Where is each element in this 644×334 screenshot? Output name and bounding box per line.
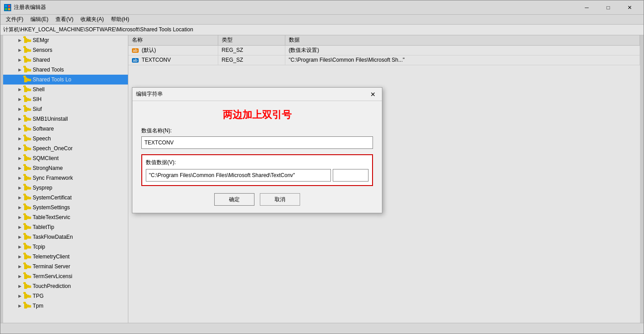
- folder-icon: [24, 234, 31, 240]
- dialog-close-button[interactable]: ✕: [368, 90, 378, 99]
- window-controls: ─ □ ✕: [576, 1, 640, 14]
- ok-button[interactable]: 确定: [214, 193, 254, 206]
- tree-item-systemsettings[interactable]: SystemSettings: [3, 203, 128, 212]
- svg-rect-59: [27, 304, 29, 305]
- row1-data: (数值未设置): [285, 45, 640, 55]
- menu-file[interactable]: 文件(F): [2, 15, 27, 24]
- dialog-title: 编辑字符串: [136, 90, 368, 98]
- name-input[interactable]: [141, 136, 373, 149]
- tree-item-tabletextservice[interactable]: TableTextServic: [3, 212, 128, 222]
- address-bar: 计算机\HKEY_LOCAL_MACHINE\SOFTWARE\Microsof…: [0, 25, 644, 35]
- expand-arrow: [17, 254, 23, 260]
- tree-item-semgr[interactable]: SEMgr: [3, 35, 128, 45]
- svg-rect-15: [27, 88, 29, 89]
- name-field-label: 数值名称(N):: [141, 127, 373, 135]
- svg-rect-49: [27, 255, 29, 256]
- value-data-input[interactable]: [146, 169, 331, 182]
- tree-label-strongname: StrongName: [33, 165, 63, 171]
- address-path: 计算机\HKEY_LOCAL_MACHINE\SOFTWARE\Microsof…: [3, 26, 193, 34]
- value-data-label: 数值数据(V):: [146, 159, 369, 166]
- svg-rect-51: [27, 265, 29, 266]
- minimize-button[interactable]: ─: [576, 1, 597, 14]
- title-bar: 注册表编辑器 ─ □ ✕: [0, 0, 644, 15]
- tree-item-siuf[interactable]: Siuf: [3, 104, 128, 114]
- close-button[interactable]: ✕: [619, 1, 640, 14]
- tree-label-software: Software: [33, 126, 54, 132]
- expand-arrow: [17, 106, 23, 112]
- tree-item-strongname[interactable]: StrongName: [3, 163, 128, 173]
- tree-item-speech-onecor[interactable]: Speech_OneCor: [3, 144, 128, 153]
- registry-table: 名称 类型 数据 ab (默认) REG_SZ (数值未设置): [128, 35, 640, 65]
- tree-item-terminal-server[interactable]: Terminal Server: [3, 262, 128, 271]
- tree-item-tcpip[interactable]: Tcpip: [3, 242, 128, 252]
- tree-item-touchprediction[interactable]: TouchPrediction: [3, 281, 128, 291]
- cancel-button[interactable]: 取消: [260, 193, 300, 206]
- tree-item-shared-tools[interactable]: Shared Tools: [3, 65, 128, 75]
- edit-string-dialog: 编辑字符串 ✕ 两边加上双引号 数值名称(N): 数值数据(V): 确定 取消: [132, 87, 382, 213]
- row2-type: REG_SZ: [218, 55, 285, 65]
- tree-item-sysprep[interactable]: Sysprep: [3, 183, 128, 193]
- tree-item-tpg[interactable]: TPG: [3, 291, 128, 301]
- svg-rect-11: [27, 68, 29, 69]
- tree-item-sih[interactable]: SIH: [3, 94, 128, 104]
- expand-arrow: [17, 96, 23, 102]
- tree-item-shared[interactable]: Shared: [3, 55, 128, 65]
- tree-label-sih: SIH: [33, 96, 42, 102]
- folder-icon: [24, 76, 31, 83]
- col-data: 数据: [285, 35, 640, 45]
- tree-item-speech[interactable]: Speech: [3, 134, 128, 144]
- tree-item-taskflowdata[interactable]: TaskFlowDataEn: [3, 232, 128, 242]
- tree-item-sync-framework[interactable]: Sync Framework: [3, 173, 128, 183]
- expand-arrow: [17, 194, 23, 201]
- folder-icon: [24, 204, 31, 211]
- right-resize-handle[interactable]: [640, 35, 644, 323]
- expand-arrow: [17, 57, 23, 63]
- svg-rect-31: [27, 167, 29, 168]
- svg-rect-13: [27, 78, 29, 79]
- tree-item-tpm[interactable]: Tpm: [3, 301, 128, 311]
- value-data-row: [146, 169, 369, 182]
- row2-name: ab TEXTCONV: [128, 55, 218, 65]
- svg-rect-35: [27, 186, 29, 187]
- folder-icon: [24, 175, 31, 181]
- svg-rect-5: [27, 39, 29, 40]
- tree-panel[interactable]: SEMgr Sensors Shared: [3, 35, 128, 323]
- tree-item-systemcert[interactable]: SystemCertificat: [3, 193, 128, 203]
- tree-label-smb1: SMB1Uninstall: [33, 116, 68, 122]
- window-title: 注册表编辑器: [14, 4, 576, 11]
- folder-icon: [24, 303, 31, 309]
- menu-view[interactable]: 查看(V): [52, 15, 77, 24]
- tree-item-software[interactable]: Software: [3, 124, 128, 134]
- tree-item-sensors[interactable]: Sensors: [3, 45, 128, 55]
- tree-item-termservlicensi[interactable]: TermServLicensi: [3, 271, 128, 281]
- value-data-extra-field[interactable]: [333, 169, 369, 182]
- tree-label-terminal-server: Terminal Server: [33, 263, 70, 270]
- tree-item-shell[interactable]: Shell: [3, 85, 128, 94]
- tree-item-sqmclient[interactable]: SQMClient: [3, 153, 128, 163]
- tree-label-shared-tools-lo: Shared Tools Lo: [33, 76, 72, 83]
- row1-name: ab (默认): [128, 45, 218, 55]
- expand-arrow: [17, 283, 23, 289]
- folder-icon: [24, 86, 31, 93]
- tree-item-tablettip[interactable]: TabletTip: [3, 222, 128, 232]
- expand-arrow: [17, 126, 23, 132]
- tree-item-shared-tools-lo[interactable]: Shared Tools Lo: [3, 75, 128, 85]
- menu-favorites[interactable]: 收藏夹(A): [77, 15, 107, 24]
- tree-item-smb1uninstall[interactable]: SMB1Uninstall: [3, 114, 128, 124]
- svg-rect-47: [27, 245, 29, 246]
- table-row[interactable]: ab TEXTCONV REG_SZ "C:\Program Files\Com…: [128, 55, 640, 65]
- folder-icon: [24, 273, 31, 279]
- svg-rect-2: [5, 8, 7, 10]
- menu-help[interactable]: 帮助(H): [107, 15, 133, 24]
- table-row[interactable]: ab (默认) REG_SZ (数值未设置): [128, 45, 640, 55]
- tree-item-telemetry[interactable]: TelemetryClient: [3, 252, 128, 262]
- value-data-section: 数值数据(V):: [141, 154, 373, 186]
- maximize-button[interactable]: □: [598, 1, 619, 14]
- menu-bar: 文件(F) 编辑(E) 查看(V) 收藏夹(A) 帮助(H): [0, 15, 644, 25]
- svg-rect-29: [27, 157, 29, 158]
- menu-edit[interactable]: 编辑(E): [27, 15, 52, 24]
- reg-ab2-icon: ab: [132, 58, 139, 63]
- expand-arrow: [17, 293, 23, 299]
- svg-rect-39: [27, 206, 29, 207]
- folder-icon: [24, 224, 31, 230]
